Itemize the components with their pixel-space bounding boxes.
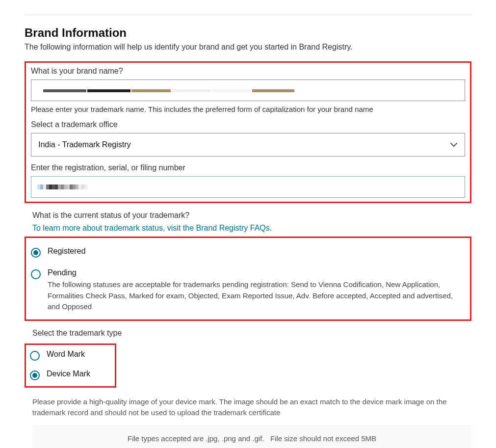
registration-number-input[interactable] <box>31 176 465 198</box>
brand-name-helper: Please enter your trademark name. This i… <box>31 105 465 113</box>
brand-name-label: What is your brand name? <box>31 67 465 76</box>
radio-registered[interactable] <box>31 248 41 258</box>
upload-panel: File types accepted are .jpg, .png and .… <box>32 424 471 448</box>
page-title: Brand Information <box>25 26 471 40</box>
type-highlight: Word Mark Device Mark <box>25 343 116 388</box>
status-faq-link[interactable]: To learn more about trademark status, vi… <box>32 224 272 232</box>
radio-device-mark[interactable] <box>30 370 40 380</box>
status-highlight: Registered Pending The following statuse… <box>25 237 471 321</box>
radio-device-mark-label: Device Mark <box>47 369 90 378</box>
trademark-office-value: India - Trademark Registry <box>38 140 131 149</box>
brand-info-highlight: What is your brand name? Please enter yo… <box>25 61 471 203</box>
status-label: What is the current status of your trade… <box>32 211 471 220</box>
radio-pending-label: Pending <box>48 268 465 277</box>
radio-word-mark[interactable] <box>30 351 40 361</box>
upload-note: Please provide a high-quality image of y… <box>32 396 471 419</box>
trademark-office-label: Select a trademark office <box>31 120 465 129</box>
trademark-type-label: Select the trademark type <box>32 329 471 338</box>
trademark-office-select[interactable]: India - Trademark Registry <box>31 133 465 157</box>
brand-name-input[interactable] <box>31 79 465 101</box>
page-subtitle: The following information will help us i… <box>25 43 471 52</box>
radio-pending-desc: The following statuses are acceptable fo… <box>48 279 465 313</box>
radio-pending[interactable] <box>31 269 41 279</box>
upload-info: File types accepted are .jpg, .png and .… <box>32 434 471 443</box>
radio-word-mark-label: Word Mark <box>47 350 85 359</box>
radio-registered-label: Registered <box>48 247 85 256</box>
registration-number-label: Enter the registration, serial, or filin… <box>31 163 465 172</box>
